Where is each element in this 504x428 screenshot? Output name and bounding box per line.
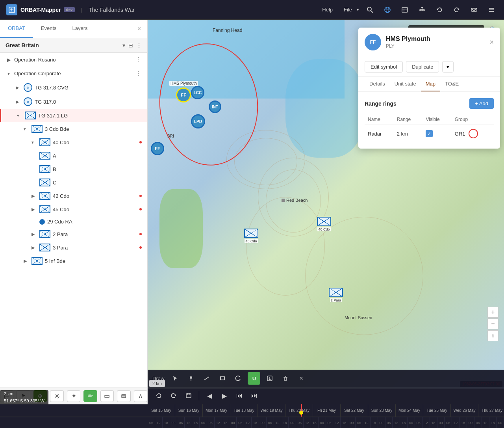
tg3178-expand-icon[interactable]: ▶ <box>16 85 21 90</box>
hierarchy-icon[interactable] <box>416 4 428 16</box>
zoom-in-button[interactable]: + <box>487 307 498 318</box>
tree-item-c[interactable]: C <box>0 176 147 189</box>
timeline-cells[interactable]: Sat 15 MaySun 16 MayMon 17 MayTue 18 May… <box>148 404 504 417</box>
corporate-chevron-icon[interactable]: ▾ <box>6 71 12 76</box>
info-tab-details[interactable]: Details <box>365 77 390 91</box>
table-icon[interactable] <box>398 4 411 16</box>
file-menu[interactable]: File ▾ <box>341 5 359 14</box>
tg3171-expand-icon[interactable]: ▾ <box>17 113 22 118</box>
map-unit-lpd[interactable]: LPD <box>191 114 205 128</box>
bt-last-button[interactable]: ⏭ <box>248 389 261 402</box>
menu-icon[interactable] <box>485 4 498 16</box>
globe-icon[interactable] <box>381 4 394 16</box>
tree-item-2para[interactable]: ▶ 2 Para <box>0 227 147 241</box>
add-range-ring-button[interactable]: + Add <box>469 98 494 109</box>
3para-expand-icon[interactable]: ▶ <box>32 245 37 250</box>
panel-close-button[interactable]: × <box>131 20 147 38</box>
bc-wand-button[interactable]: ✦ <box>67 390 80 402</box>
rr-group-circle-button[interactable] <box>469 129 478 138</box>
timeline-date-cell[interactable]: Sun 23 May <box>368 404 396 417</box>
map-unit-ff2[interactable]: FF <box>151 142 164 155</box>
group-filter-icon[interactable]: ⊟ <box>128 42 133 48</box>
duplicate-dropdown-button[interactable]: ▾ <box>442 61 454 73</box>
tree-item-29cdo[interactable]: 29 Cdo RA <box>0 216 147 227</box>
map-unit-40cdo-map[interactable]: 40 Cdo <box>317 217 331 231</box>
bc-up-button[interactable]: ∧ <box>134 390 147 402</box>
keyboard-icon[interactable] <box>468 4 480 16</box>
bc-rectangle-button[interactable]: ▭ <box>100 390 114 402</box>
group-collapse-icon[interactable]: ▾ <box>122 42 125 48</box>
corporate-more-icon[interactable]: ⋮ <box>135 70 142 77</box>
tree-item-b[interactable]: B <box>0 162 147 176</box>
bt-redo-button[interactable] <box>167 389 180 402</box>
section-op-rosario[interactable]: ▶ Operation Rosario ⋮ <box>0 53 147 67</box>
5inf-expand-icon[interactable]: ▶ <box>24 259 29 264</box>
info-tab-unit-state[interactable]: Unit state <box>390 77 421 91</box>
info-tab-map[interactable]: Map <box>421 77 440 91</box>
timeline-date-cell[interactable]: Tue 25 May <box>423 404 451 417</box>
tree-item-3para[interactable]: ▶ 3 Para <box>0 241 147 254</box>
timeline-date-cell[interactable]: Wed 19 May <box>258 404 285 417</box>
tree-item-a[interactable]: A <box>0 149 147 162</box>
timeline-date-cell[interactable]: Sun 16 May <box>175 404 203 417</box>
42cdo-expand-icon[interactable]: ▶ <box>32 194 37 199</box>
map-unit-int[interactable]: INT <box>209 100 221 113</box>
draw-close-button[interactable]: × <box>295 372 308 385</box>
timeline-date-cell[interactable]: Fri 21 May <box>313 404 341 417</box>
rosario-more-icon[interactable]: ⋮ <box>135 56 142 63</box>
tree-item-tg3178[interactable]: ▶ TG 317.8 CVG <box>0 80 147 95</box>
tree-item-3cdo[interactable]: ▾ 3 Cdo Bde <box>0 122 147 136</box>
map-unit-2para-map[interactable]: 2 Para <box>329 288 343 302</box>
edit-symbol-button[interactable]: Edit symbol <box>365 61 403 73</box>
map-unit-45cdo-map[interactable]: 45 Cdo <box>244 229 258 243</box>
tree-item-42cdo[interactable]: ▶ 42 Cdo <box>0 189 147 203</box>
redo-icon[interactable] <box>450 4 463 16</box>
zoom-info-icon[interactable]: ℹ <box>487 330 498 341</box>
draw-line-button[interactable] <box>200 372 213 385</box>
tab-layers[interactable]: Layers <box>65 20 96 38</box>
draw-rect-button[interactable] <box>216 372 229 385</box>
timeline-date-cell[interactable]: Tue 18 May <box>230 404 258 417</box>
rosario-chevron-icon[interactable]: ▶ <box>6 57 12 63</box>
timeline-date-cell[interactable]: Sat 22 May <box>341 404 368 417</box>
timeline-date-cell[interactable]: Wed 26 May <box>451 404 478 417</box>
tab-events[interactable]: Events <box>33 20 65 38</box>
timeline-date-cell[interactable]: Sat 15 May <box>148 404 175 417</box>
timeline-date-cell[interactable]: Mon 17 May <box>203 404 230 417</box>
group-more-icon[interactable]: ⋮ <box>136 42 142 48</box>
tab-orbat[interactable]: ORBAT <box>0 20 33 38</box>
tree-item-40cdo[interactable]: ▾ 40 Cdo <box>0 136 147 149</box>
rr-visible-checkbox[interactable] <box>426 130 433 137</box>
help-link[interactable]: Help <box>319 5 336 14</box>
2para-expand-icon[interactable]: ▶ <box>32 232 37 237</box>
timeline-date-cell[interactable]: Thu 20 May <box>285 404 313 417</box>
bc-symbol-button[interactable] <box>117 390 130 402</box>
tree-item-45cdo[interactable]: ▶ 45 Cdo <box>0 203 147 216</box>
draw-rotate-button[interactable] <box>232 372 245 385</box>
map-unit-lcc[interactable]: LCC <box>191 86 204 99</box>
rr-visible[interactable] <box>422 125 451 143</box>
search-icon[interactable] <box>364 4 376 16</box>
45cdo-expand-icon[interactable]: ▶ <box>32 207 37 212</box>
timeline-date-cell[interactable]: Mon 24 May <box>396 404 423 417</box>
tree-item-5inf[interactable]: ▶ 5 Inf Bde <box>0 254 147 268</box>
draw-trash-button[interactable] <box>279 372 292 385</box>
duplicate-button[interactable]: Duplicate <box>406 61 439 73</box>
40cdo-expand-icon[interactable]: ▾ <box>32 140 37 145</box>
info-panel-close-button[interactable]: × <box>489 38 494 47</box>
undo-icon[interactable] <box>433 4 446 16</box>
bt-next-button[interactable]: ▶ <box>218 389 231 402</box>
draw-export-button[interactable] <box>263 372 276 385</box>
3cdo-expand-icon[interactable]: ▾ <box>24 127 29 132</box>
draw-pointer-button[interactable] <box>169 372 182 385</box>
bt-prev-button[interactable]: ◀ <box>203 389 216 402</box>
timeline-dates-row[interactable]: Sat 15 MaySun 16 MayMon 17 MayTue 18 May… <box>0 404 504 417</box>
tg3170-expand-icon[interactable]: ▶ <box>16 99 21 104</box>
bt-first-button[interactable]: ⏮ <box>233 389 246 402</box>
bt-undo-button[interactable] <box>152 389 165 402</box>
draw-text-button[interactable]: U <box>248 372 260 385</box>
info-tab-toe[interactable]: TO&E <box>440 77 463 91</box>
timeline-date-cell[interactable]: Thu 27 May <box>478 404 504 417</box>
zoom-out-button[interactable]: − <box>487 318 498 329</box>
bc-pencil-button[interactable]: ✏ <box>83 390 97 402</box>
